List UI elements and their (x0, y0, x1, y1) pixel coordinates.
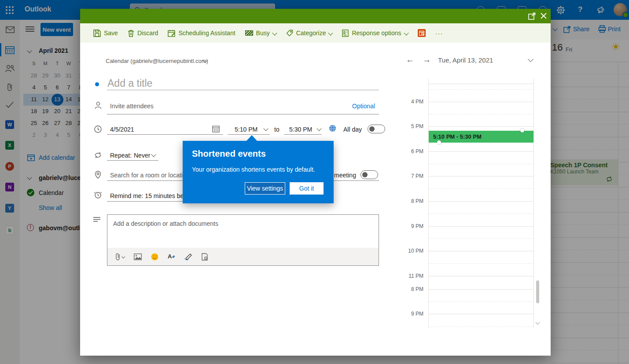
repeat-value-dropdown[interactable]: Never (134, 152, 150, 159)
previous-day-arrow[interactable]: ← (406, 55, 414, 65)
day-view-scrollbar-thumb[interactable] (536, 280, 539, 303)
editor-format-bar: A (107, 248, 379, 265)
busy-label: Busy (256, 29, 270, 37)
categorize-dropdown[interactable]: Categorize (286, 29, 333, 37)
close-icon[interactable] (540, 12, 547, 19)
grid-line (429, 114, 533, 114)
repeat-label: Repeat: (110, 152, 132, 159)
chevron-down-icon[interactable] (316, 126, 321, 131)
chevron-down-icon[interactable] (528, 56, 533, 62)
grid-line (429, 188, 533, 189)
description-lines-icon (93, 217, 101, 222)
save-label: Save (104, 29, 118, 37)
view-settings-label: View settings (247, 185, 283, 192)
discard-button[interactable]: Discard (128, 29, 158, 37)
chevron-down-icon[interactable] (151, 152, 156, 157)
grid-line (429, 289, 533, 290)
calendar-color-dot (95, 82, 99, 86)
chevron-down-icon (328, 30, 333, 35)
all-day-label: All day (343, 126, 362, 133)
event-block[interactable]: 5:10 PM - 5:30 PM (429, 131, 533, 143)
calendar-selector[interactable]: Calendar (gabrielv@lucernepubintl.com) (106, 58, 208, 64)
event-resize-handle-top[interactable] (520, 129, 524, 132)
location-pin-icon (95, 171, 101, 179)
description-placeholder: Add a description or attach documents (107, 215, 379, 227)
scroll-down-chevron-icon[interactable] (536, 320, 540, 325)
repeat-underline (107, 160, 158, 161)
date-underline (107, 134, 223, 135)
toolbar-overflow-button[interactable]: ··· (435, 29, 443, 37)
scheduling-assistant-icon (168, 29, 175, 37)
next-day-arrow[interactable]: → (423, 55, 431, 65)
grid-line (429, 226, 533, 227)
location-input[interactable]: Search for a room or location (110, 172, 190, 179)
trash-icon (128, 29, 134, 37)
document-clock-button[interactable] (202, 253, 208, 261)
clock-icon (94, 125, 102, 133)
grid-line (429, 151, 533, 152)
discard-label: Discard (137, 29, 158, 37)
day-view-date-label[interactable]: Tue, April 13, 2021 (438, 56, 493, 64)
start-date-input[interactable]: 4/5/2021 (110, 126, 134, 133)
response-options-dropdown[interactable]: Response options (342, 29, 408, 37)
reminder-dropdown[interactable]: Remind me: 15 minutes before (110, 192, 194, 199)
event-title-input[interactable]: Add a title (107, 77, 152, 89)
chevron-down-icon[interactable] (263, 126, 268, 131)
end-time-input[interactable]: 5:30 PM (289, 126, 312, 133)
start-time-input[interactable]: 5:10 PM (235, 126, 257, 133)
got-it-button[interactable]: Got it (290, 182, 324, 195)
response-options-icon (342, 29, 349, 37)
start-time-underline (228, 134, 270, 135)
invite-attendees-input[interactable]: Invite attendees (110, 103, 154, 110)
grid-line (429, 164, 533, 164)
categorize-label: Categorize (296, 29, 326, 37)
grid-line (429, 176, 533, 176)
save-icon (93, 29, 101, 37)
scheduling-assistant-button[interactable]: Scheduling Assistant (168, 29, 235, 37)
busy-status-dropdown[interactable]: Busy (245, 29, 276, 37)
findtime-addin-icon[interactable] (418, 29, 426, 37)
event-resize-handle-bottom[interactable] (437, 140, 441, 144)
chevron-down-icon (404, 30, 408, 35)
hour-label: 11 PM (371, 272, 423, 279)
open-in-new-window-icon[interactable] (528, 12, 536, 20)
attendees-person-icon (94, 101, 102, 109)
hour-label: 7 PM (371, 173, 423, 180)
title-underline (107, 90, 379, 90)
callout-body: Your organization shortens events by def… (192, 166, 315, 173)
grid-line (429, 251, 533, 251)
emoji-button[interactable] (151, 253, 158, 261)
insert-image-button[interactable] (134, 254, 142, 260)
reminder-alarm-icon (94, 191, 102, 199)
clear-formatting-button[interactable]: A (168, 253, 175, 260)
hour-label: 6 PM (371, 148, 423, 155)
grid-line (429, 213, 533, 214)
view-settings-button[interactable]: View settings (245, 182, 285, 195)
modal-green-header (80, 9, 551, 23)
grid-line (429, 84, 533, 84)
datepicker-calendar-icon[interactable] (212, 125, 220, 132)
event-toolbar: Save Discard Scheduling Assistant Busy C… (80, 23, 551, 43)
chevron-down-icon (121, 255, 125, 258)
hour-label: 5 PM (371, 123, 423, 130)
grid-line (429, 276, 533, 276)
busy-status-icon (245, 30, 253, 36)
svg-text:A: A (168, 253, 172, 260)
scheduling-assistant-label: Scheduling Assistant (178, 29, 235, 37)
repeat-sync-icon (94, 151, 102, 159)
paperclip-icon (115, 253, 120, 261)
draw-pen-button[interactable] (184, 253, 192, 260)
description-editor[interactable]: Add a description or attach documents A (107, 214, 379, 266)
grid-line (429, 89, 533, 90)
day-view-grid[interactable]: 5:10 PM - 5:30 PM (428, 78, 534, 328)
shortened-events-callout: Shortened events Your organization short… (183, 141, 334, 203)
callout-title: Shortened events (192, 149, 266, 159)
save-button[interactable]: Save (93, 29, 118, 37)
grid-line (429, 263, 533, 264)
timezone-globe-icon[interactable] (329, 125, 336, 132)
chevron-down-icon (272, 30, 277, 35)
grid-line (429, 102, 533, 102)
outlook-app: { "topbar": { "app_title": "Outlook", "s… (0, 0, 629, 364)
attach-file-button[interactable] (115, 253, 125, 261)
hour-label: 4 PM (371, 98, 423, 105)
